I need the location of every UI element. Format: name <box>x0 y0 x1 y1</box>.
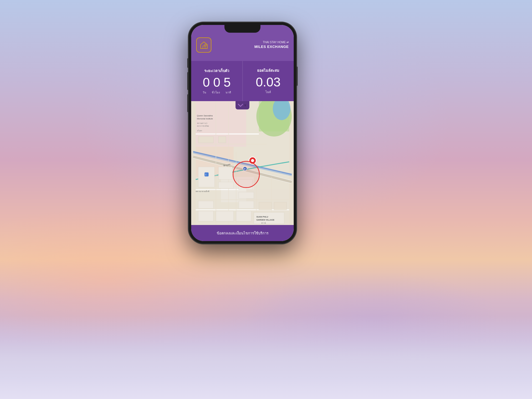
svg-rect-24 <box>218 137 226 143</box>
svg-text:i: i <box>206 173 206 176</box>
phone-screen: THAI STAY HOME ⇌ MILES EXCHANGE ระยะเวลา… <box>191 25 294 241</box>
volume-up-button <box>187 72 188 90</box>
svg-rect-33 <box>198 201 213 208</box>
time-stat-numbers: 0 0 5 <box>203 76 231 89</box>
phone-outer-shell: THAI STAY HOME ⇌ MILES EXCHANGE ระยะเวลา… <box>188 22 296 244</box>
svg-text:ทหารมาหาดเล็กที่: ทหารมาหาดเล็กที่ <box>196 190 209 192</box>
svg-rect-36 <box>236 211 251 221</box>
svg-rect-30 <box>259 202 272 210</box>
silent-switch <box>187 58 188 68</box>
phone-notch <box>224 25 260 33</box>
svg-rect-25 <box>198 167 214 187</box>
clouds-bottom <box>0 316 532 399</box>
svg-text:SUAN PHLU: SUAN PHLU <box>256 216 268 218</box>
bottom-bar[interactable]: ข้อตกลงและเงื่อนไขการใช้บริการ <box>191 225 294 241</box>
svg-text:สโมสร: สโมสร <box>197 130 202 132</box>
map-svg: Queen Saovabha Memorial Institute สถานเส… <box>191 101 294 225</box>
miles-stat-section: ยอดไมล์สะสม 0.03 ไมล์ <box>243 61 294 101</box>
map-area[interactable]: Queen Saovabha Memorial Institute สถานเส… <box>191 101 294 225</box>
time-stat-units: วัน ชั่วโมง นาที <box>203 90 231 94</box>
days-value: 0 <box>203 76 210 89</box>
dropdown-arrow[interactable] <box>236 101 249 109</box>
stats-panel: ระยะเวลาเก็บตัว 0 0 5 วัน ชั่วโมง นาที ย… <box>191 61 294 101</box>
volume-down-button <box>187 94 188 112</box>
miles-stat-label: ยอดไมล์สะสม <box>257 68 279 73</box>
bottom-bar-text: ข้อตกลงและเงื่อนไขการใช้บริการ <box>217 230 268 236</box>
phone-device: THAI STAY HOME ⇌ MILES EXCHANGE ระยะเวลา… <box>188 22 296 244</box>
svg-text:GARDEN VILLAGE: GARDEN VILLAGE <box>256 219 274 221</box>
svg-text:Queen Saovabha: Queen Saovabha <box>197 114 213 117</box>
svg-rect-53 <box>204 172 209 177</box>
svg-rect-23 <box>198 137 213 143</box>
miles-unit: ไมล์ <box>265 89 271 94</box>
days-unit: วัน <box>203 90 206 94</box>
svg-rect-37 <box>254 212 284 224</box>
svg-point-52 <box>233 161 259 188</box>
miles-value: 0.03 <box>256 76 281 88</box>
minutes-value: 5 <box>224 76 231 89</box>
svg-point-51 <box>251 159 254 162</box>
svg-rect-26 <box>218 167 232 180</box>
time-stat-label: ระยะเวลาเก็บตัว <box>204 68 229 74</box>
minutes-unit: นาที <box>226 90 231 94</box>
svg-rect-31 <box>274 202 287 210</box>
power-button <box>296 66 298 86</box>
app-title: THAI STAY HOME ⇌ MILES EXCHANGE <box>254 40 289 49</box>
svg-rect-32 <box>239 201 254 208</box>
svg-text:สถานเสาวภา: สถานเสาวภา <box>197 122 208 124</box>
svg-rect-29 <box>239 192 254 198</box>
svg-rect-27 <box>218 182 234 188</box>
time-stat-section: ระยะเวลาเก็บตัว 0 0 5 วัน ชั่วโมง นาที <box>191 61 243 101</box>
hours-unit: ชั่วโมง <box>212 90 220 94</box>
svg-rect-34 <box>198 211 213 221</box>
hours-value: 0 <box>213 76 220 89</box>
svg-text:Memorial Institute: Memorial Institute <box>197 117 213 120</box>
app-logo <box>196 37 211 53</box>
svg-text:สภากาชาดไทย: สภากาชาดไทย <box>197 125 209 127</box>
svg-text:ทาวน์: ทาวน์ <box>261 222 266 224</box>
app-title-line2: MILES EXCHANGE <box>254 44 289 49</box>
app-title-line1: THAI STAY HOME ⇌ <box>254 40 289 44</box>
svg-rect-35 <box>216 211 234 221</box>
